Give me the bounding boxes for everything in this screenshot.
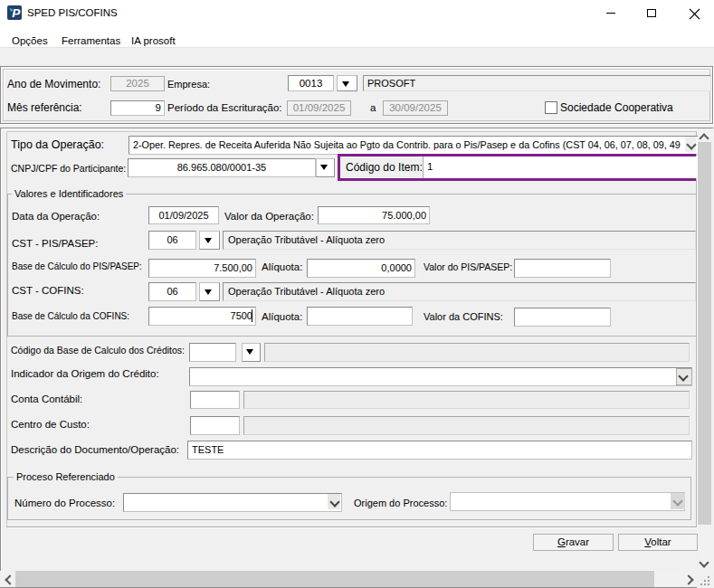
svg-text:P: P [12, 6, 21, 20]
